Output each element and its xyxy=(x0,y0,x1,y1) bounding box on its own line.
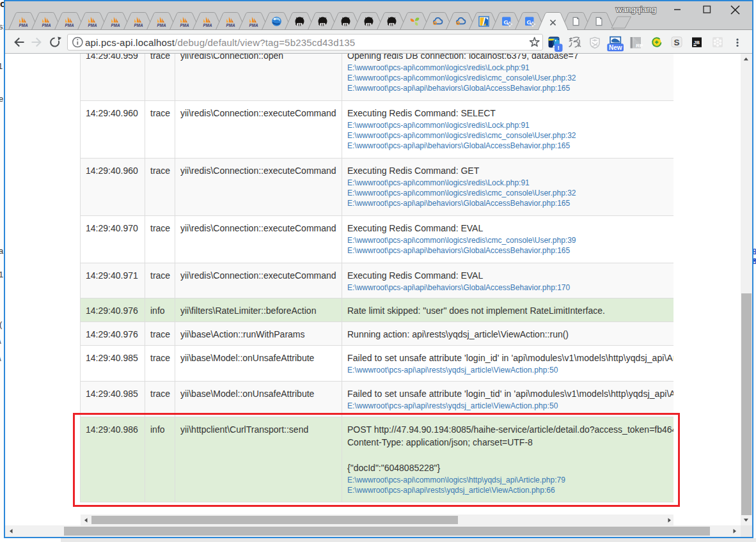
svg-text:New: New xyxy=(609,44,622,51)
svg-text:!: ! xyxy=(558,44,560,51)
svg-text:RP: RP xyxy=(636,43,643,49)
svg-text:S: S xyxy=(673,38,679,47)
svg-text:JB: JB xyxy=(693,40,700,45)
